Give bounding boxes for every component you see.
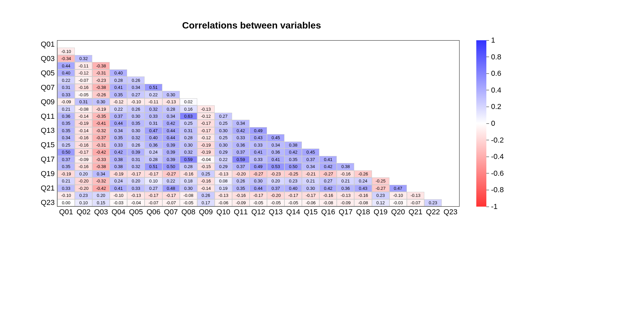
heatmap-cell: -0.14 xyxy=(197,185,215,192)
heatmap-cell: -0.38 xyxy=(92,84,110,91)
x-axis-label: Q02 xyxy=(75,206,92,218)
heatmap-cell: 0.20 xyxy=(127,177,145,184)
heatmap-cell: -0.16 xyxy=(354,192,372,199)
heatmap-cell: 0.35 xyxy=(57,163,75,170)
heatmap-cell: 0.50 xyxy=(57,149,75,156)
heatmap-cell: 0.44 xyxy=(162,127,180,134)
heatmap-cell: 0.30 xyxy=(127,113,145,120)
heatmap-cell: -0.31 xyxy=(92,142,110,149)
heatmap-cell: 0.25 xyxy=(180,120,197,127)
heatmap-cell: 0.41 xyxy=(110,84,127,91)
heatmap-cell: 0.37 xyxy=(267,185,284,192)
colorbar: 10.80.60.40.20-0.2-0.4-0.6-0.8-1 xyxy=(476,40,486,207)
heatmap-cell: 0.26 xyxy=(232,177,250,184)
heatmap-cell: -0.13 xyxy=(407,192,424,199)
heatmap-cell: 0.23 xyxy=(75,192,92,199)
heatmap-cell: -0.19 xyxy=(57,170,75,177)
heatmap-cell: 0.26 xyxy=(127,142,145,149)
x-axis-label: Q21 xyxy=(407,206,424,218)
y-axis-label: Q17 xyxy=(34,156,57,163)
heatmap-cell: -0.25 xyxy=(284,170,302,177)
heatmap-cell: 0.41 xyxy=(267,156,284,163)
heatmap-cell: 0.51 xyxy=(145,84,162,91)
x-axis-label: Q14 xyxy=(284,206,302,218)
heatmap-cell: 0.45 xyxy=(302,149,319,156)
heatmap-cell: 0.63 xyxy=(180,113,197,120)
x-axis-label: Q03 xyxy=(92,206,110,218)
y-axis-label: Q19 xyxy=(34,170,57,177)
heatmap-cell: -0.20 xyxy=(75,177,92,184)
heatmap-cell: 0.21 xyxy=(337,177,354,184)
heatmap-cell: 0.33 xyxy=(250,156,267,163)
heatmap-cell: -0.19 xyxy=(75,120,92,127)
heatmap-cell: -0.11 xyxy=(145,98,162,105)
heatmap-cell: 0.30 xyxy=(92,98,110,105)
heatmap-cell: -0.27 xyxy=(250,170,267,177)
heatmap-cell: 0.39 xyxy=(162,142,180,149)
heatmap-cell: 0.33 xyxy=(127,185,145,192)
heatmap-cell: -0.12 xyxy=(75,69,92,76)
heatmap-cell: 0.36 xyxy=(145,142,162,149)
heatmap-cell: 0.53 xyxy=(267,163,284,170)
heatmap-cell: 0.37 xyxy=(232,149,250,156)
heatmap-cell: 0.31 xyxy=(75,98,92,105)
heatmap-cell: -0.26 xyxy=(354,170,372,177)
heatmap-cell: 0.35 xyxy=(57,120,75,127)
heatmap-cell: -0.10 xyxy=(57,48,75,55)
heatmap-cell: 0.44 xyxy=(110,120,127,127)
heatmap-cell: -0.15 xyxy=(197,163,215,170)
heatmap-cell: -0.16 xyxy=(75,84,92,91)
heatmap-cell: -0.20 xyxy=(232,170,250,177)
heatmap-cell: -0.10 xyxy=(389,192,407,199)
heatmap-cell: -0.16 xyxy=(319,192,337,199)
heatmap-cell: 0.42 xyxy=(162,120,180,127)
heatmap-cell: -0.32 xyxy=(92,127,110,134)
x-axis-label: Q20 xyxy=(389,206,407,218)
x-axis-label: Q07 xyxy=(162,206,180,218)
colorbar-tick: -1 xyxy=(486,202,498,211)
heatmap-cell: 0.44 xyxy=(57,62,75,69)
heatmap-cell: 0.59 xyxy=(232,156,250,163)
heatmap-cell: 0.39 xyxy=(162,149,180,156)
heatmap-cell: 0.31 xyxy=(57,84,75,91)
heatmap-cell: 0.30 xyxy=(127,127,145,134)
heatmap-cell: 0.24 xyxy=(145,149,162,156)
heatmap-cell: 0.35 xyxy=(110,134,127,141)
heatmap-cell: -0.07 xyxy=(407,199,424,206)
heatmap-cell: -0.16 xyxy=(232,192,250,199)
heatmap-cell: 0.36 xyxy=(232,142,250,149)
heatmap-cell: -0.34 xyxy=(57,55,75,62)
heatmap-cell: -0.06 xyxy=(302,199,319,206)
heatmap-cell: 0.22 xyxy=(162,177,180,184)
y-axis-label: Q05 xyxy=(34,69,57,76)
heatmap-cell: -0.17 xyxy=(145,192,162,199)
heatmap-cell: -0.20 xyxy=(267,192,284,199)
heatmap-cell: -0.07 xyxy=(145,199,162,206)
heatmap-cell: 0.26 xyxy=(127,76,145,84)
colorbar-tick: 0.4 xyxy=(486,86,501,95)
heatmap-cell: 0.41 xyxy=(110,185,127,192)
heatmap-cell: -0.23 xyxy=(92,76,110,84)
heatmap-cell: 0.50 xyxy=(284,163,302,170)
heatmap-cell: -0.14 xyxy=(75,127,92,134)
heatmap-cell: 0.30 xyxy=(250,177,267,184)
colorbar-tick: 0.8 xyxy=(486,53,501,61)
heatmap-cell: -0.13 xyxy=(162,98,180,105)
heatmap-cell: -0.27 xyxy=(319,170,337,177)
heatmap-cell: 0.17 xyxy=(197,199,215,206)
heatmap-cell: -0.17 xyxy=(250,192,267,199)
x-axis-label: Q12 xyxy=(250,206,267,218)
heatmap-cell: -0.10 xyxy=(57,192,75,199)
heatmap-cell: 0.59 xyxy=(180,156,197,163)
heatmap-cell: 0.36 xyxy=(337,185,354,192)
x-axis-label: Q19 xyxy=(372,206,389,218)
heatmap-cell: -0.33 xyxy=(92,156,110,163)
heatmap-cell: -0.21 xyxy=(302,170,319,177)
x-axis-label: Q09 xyxy=(197,206,215,218)
heatmap-cell: 0.47 xyxy=(389,185,407,192)
heatmap-cell: 0.22 xyxy=(57,76,75,84)
x-axis-label: Q15 xyxy=(302,206,319,218)
heatmap-cell: 0.30 xyxy=(162,91,180,98)
heatmap-cell: -0.04 xyxy=(127,199,145,206)
heatmap-cell: 0.22 xyxy=(145,91,162,98)
